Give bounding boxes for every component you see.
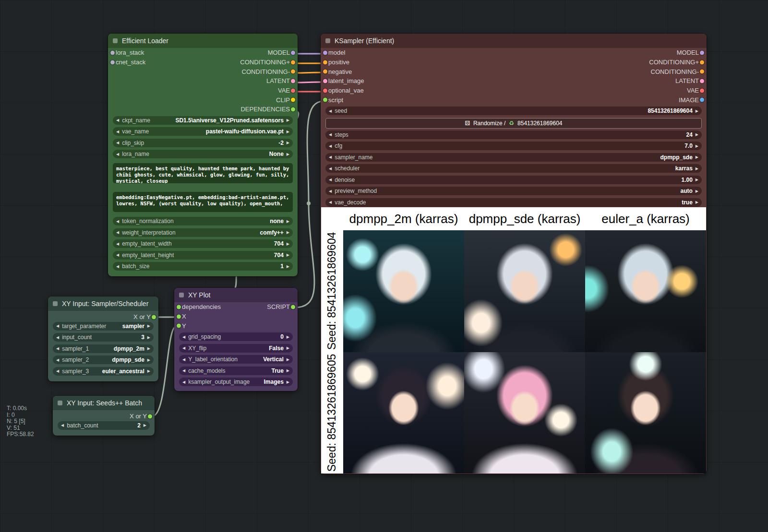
combo-left-icon[interactable]: ◀ xyxy=(61,423,64,427)
combo-right-icon[interactable]: ▶ xyxy=(287,335,289,339)
combo-left-icon[interactable]: ◀ xyxy=(329,132,332,137)
combo-left-icon[interactable]: ◀ xyxy=(329,166,332,171)
node-xy-input-seeds-batch[interactable]: XY Input: Seeds++ Batch X or Y ◀ batch_c… xyxy=(53,396,155,436)
preview-image[interactable] xyxy=(343,230,464,352)
widget-empty-latent-height[interactable]: ◀ empty_latent_height 704 ▶ xyxy=(113,251,293,260)
widget-weight-interpretation[interactable]: ◀ weight_interpretation comfy++ ▶ xyxy=(113,228,293,237)
combo-left-icon[interactable]: ◀ xyxy=(329,177,332,182)
combo-left-icon[interactable]: ◀ xyxy=(329,109,332,113)
input-slot-model[interactable] xyxy=(323,50,327,55)
combo-right-icon[interactable]: ▶ xyxy=(287,380,289,384)
combo-left-icon[interactable]: ◀ xyxy=(182,335,185,339)
combo-left-icon[interactable]: ◀ xyxy=(182,346,185,350)
combo-right-icon[interactable]: ▶ xyxy=(287,242,289,246)
widget-target-parameter[interactable]: ◀ target_parameter sampler ▶ xyxy=(53,322,154,331)
combo-right-icon[interactable]: ▶ xyxy=(287,219,289,224)
input-slot-negative[interactable] xyxy=(323,70,327,74)
widget-token-normalization[interactable]: ◀ token_normalization none ▶ xyxy=(113,217,293,225)
widget-vae-name[interactable]: ◀ vae_name pastel-waifu-diffusion.vae.pt… xyxy=(113,127,293,136)
combo-right-icon[interactable]: ▶ xyxy=(287,368,289,373)
positive-prompt-textarea[interactable]: masterpiece, best quality, haunted theme… xyxy=(113,163,293,183)
combo-left-icon[interactable]: ◀ xyxy=(329,144,332,148)
input-slot-cnet-stack[interactable] xyxy=(110,60,115,64)
combo-left-icon[interactable]: ◀ xyxy=(116,230,119,235)
output-slot-conditioning-minus[interactable] xyxy=(700,70,704,74)
preview-image[interactable] xyxy=(464,352,585,474)
input-slot-lora-stack[interactable] xyxy=(110,50,115,55)
negative-prompt-textarea[interactable]: embedding:EasyNegative.pt, embedding:bad… xyxy=(113,192,293,212)
widget-sampler-3[interactable]: ◀ sampler_3 euler_ancestral ▶ xyxy=(53,367,154,376)
widget-ksampler-output-image[interactable]: ◀ ksampler_output_image Images ▶ xyxy=(179,378,293,386)
combo-left-icon[interactable]: ◀ xyxy=(116,118,119,122)
output-slot-image[interactable] xyxy=(700,98,704,102)
output-slot-x-or-y[interactable] xyxy=(152,315,156,319)
preview-image[interactable] xyxy=(585,230,706,352)
combo-left-icon[interactable]: ◀ xyxy=(116,242,119,246)
node-title-bar[interactable]: XY Input: Seeds++ Batch xyxy=(53,396,155,410)
preview-image[interactable] xyxy=(585,352,706,474)
node-collapse-box[interactable] xyxy=(113,38,118,43)
combo-right-icon[interactable]: ▶ xyxy=(147,358,150,362)
combo-left-icon[interactable]: ◀ xyxy=(116,152,119,156)
widget-batch-size[interactable]: ◀ batch_size 1 ▶ xyxy=(113,262,293,271)
randomize-seed-button[interactable]: ⚄ Randomize / ♻ 85413261869604 xyxy=(325,118,702,129)
node-collapse-box[interactable] xyxy=(325,38,330,43)
preview-image[interactable] xyxy=(343,352,464,474)
node-collapse-box[interactable] xyxy=(58,401,62,405)
combo-right-icon[interactable]: ▶ xyxy=(696,132,698,137)
combo-right-icon[interactable]: ▶ xyxy=(696,189,698,193)
output-slot-latent[interactable] xyxy=(291,79,295,83)
widget-clip-skip[interactable]: ◀ clip_skip -2 ▶ xyxy=(113,139,293,147)
widget-batch-count[interactable]: ◀ batch_count 2 ▶ xyxy=(58,421,150,430)
combo-right-icon[interactable]: ▶ xyxy=(147,346,150,351)
input-slot-script[interactable] xyxy=(323,98,327,102)
combo-left-icon[interactable]: ◀ xyxy=(56,335,59,340)
output-slot-latent[interactable] xyxy=(700,79,704,83)
widget-ckpt-name[interactable]: ◀ ckpt_name SD1.5\aniverse_V12Pruned.saf… xyxy=(113,116,293,125)
output-slot-model[interactable] xyxy=(700,50,704,55)
combo-left-icon[interactable]: ◀ xyxy=(329,155,332,159)
input-slot-y[interactable] xyxy=(177,324,181,328)
node-ksampler-efficient[interactable]: KSampler (Efficient) model MODEL positiv… xyxy=(321,34,707,474)
combo-left-icon[interactable]: ◀ xyxy=(182,357,185,362)
widget-scheduler[interactable]: ◀ scheduler karras ▶ xyxy=(325,164,702,173)
output-slot-clip[interactable] xyxy=(291,98,295,102)
node-xy-plot[interactable]: XY Plot dependencies SCRIPT X Y ◀ grid_s… xyxy=(174,288,298,391)
output-slot-conditioning-plus[interactable] xyxy=(291,60,295,64)
combo-right-icon[interactable]: ▶ xyxy=(147,324,150,328)
widget-sampler-name[interactable]: ◀ sampler_name dpmpp_sde ▶ xyxy=(325,153,702,162)
output-slot-conditioning-plus[interactable] xyxy=(700,60,704,64)
combo-right-icon[interactable]: ▶ xyxy=(696,155,698,159)
widget-sampler-2[interactable]: ◀ sampler_2 dpmpp_sde ▶ xyxy=(53,355,154,364)
combo-left-icon[interactable]: ◀ xyxy=(329,200,332,204)
output-slot-script[interactable] xyxy=(291,305,295,309)
combo-left-icon[interactable]: ◀ xyxy=(182,368,185,373)
combo-right-icon[interactable]: ▶ xyxy=(287,152,289,156)
combo-left-icon[interactable]: ◀ xyxy=(56,358,59,362)
input-slot-latent-image[interactable] xyxy=(323,79,327,83)
widget-cache-models[interactable]: ◀ cache_models True ▶ xyxy=(179,366,293,375)
combo-right-icon[interactable]: ▶ xyxy=(287,253,289,257)
node-xy-input-sampler-scheduler[interactable]: XY Input: Sampler/Scheduler X or Y ◀ tar… xyxy=(48,296,158,381)
combo-left-icon[interactable]: ◀ xyxy=(116,219,119,224)
widget-grid-spacing[interactable]: ◀ grid_spacing 0 ▶ xyxy=(179,332,293,341)
combo-right-icon[interactable]: ▶ xyxy=(287,118,289,122)
node-title-bar[interactable]: XY Plot xyxy=(174,288,298,302)
widget-seed[interactable]: ◀ seed 85413261869604 ▶ xyxy=(325,106,702,115)
combo-left-icon[interactable]: ◀ xyxy=(182,380,185,384)
input-slot-x[interactable] xyxy=(177,314,181,319)
combo-left-icon[interactable]: ◀ xyxy=(116,141,119,145)
combo-left-icon[interactable]: ◀ xyxy=(56,346,59,351)
node-graph-canvas[interactable]: Efficient Loader lora_stack MODEL cnet_s… xyxy=(0,0,768,532)
widget-denoise[interactable]: ◀ denoise 1.00 ▶ xyxy=(325,176,702,184)
widget-xy-flip[interactable]: ◀ XY_flip False ▶ xyxy=(179,344,293,353)
node-collapse-box[interactable] xyxy=(53,301,58,306)
combo-left-icon[interactable]: ◀ xyxy=(116,253,119,257)
combo-right-icon[interactable]: ▶ xyxy=(696,177,698,182)
preview-image[interactable] xyxy=(464,230,585,352)
input-slot-dependencies[interactable] xyxy=(177,305,181,309)
combo-right-icon[interactable]: ▶ xyxy=(287,357,289,362)
combo-left-icon[interactable]: ◀ xyxy=(329,189,332,193)
combo-right-icon[interactable]: ▶ xyxy=(147,335,150,340)
input-slot-positive[interactable] xyxy=(323,60,327,64)
